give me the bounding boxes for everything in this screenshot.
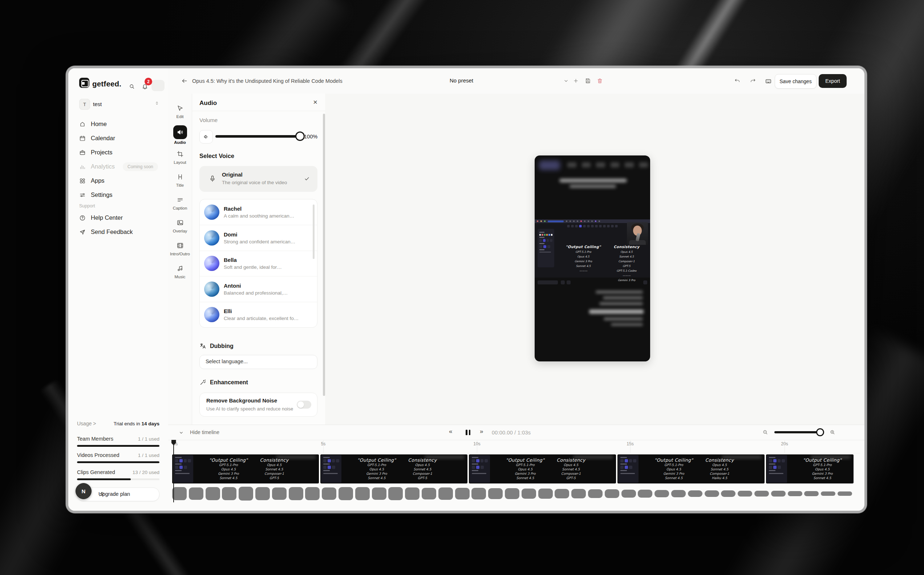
audio-block[interactable] — [638, 490, 653, 498]
timeline-frame[interactable]: "Output Ceiling"GPT-5.1-ProOpus 4.5Gemin… — [766, 454, 854, 483]
mute-button[interactable] — [199, 130, 213, 143]
sidebar-item-send-feedback[interactable]: Send Feedback — [68, 225, 168, 239]
audio-block[interactable] — [838, 491, 852, 496]
sidebar-item-calendar[interactable]: Calendar — [68, 131, 168, 145]
video-preview[interactable]: "Output Ceiling" GPT-5.1-Pro Opus 4.5 Ge… — [535, 156, 650, 361]
zoom-out-icon[interactable] — [762, 429, 768, 435]
audio-block[interactable] — [754, 491, 769, 497]
chevron-up-down-icon[interactable] — [154, 100, 160, 106]
timeline-frame[interactable]: "Output Ceiling"GPT-5.1-ProOpus 4.5Gemin… — [469, 454, 616, 483]
audio-block[interactable] — [372, 488, 386, 500]
timeline-frame[interactable]: "Output Ceiling"GPT-5.1-ProOpus 4.5Gemin… — [320, 454, 467, 483]
workspace-name[interactable]: test — [93, 101, 102, 107]
skip-back-icon[interactable]: « — [449, 428, 452, 435]
delete-preset-trash-icon[interactable] — [597, 78, 603, 84]
sidebar-item-settings[interactable]: Settings — [68, 188, 168, 202]
sidebar-item-projects[interactable]: Projects — [68, 145, 168, 159]
tool-intro-outro[interactable]: Intro/Outro — [168, 242, 192, 256]
audio-block[interactable] — [222, 487, 237, 500]
tool-music[interactable]: Music — [168, 265, 192, 279]
audio-block[interactable] — [505, 488, 519, 499]
timeline-zoom-handle[interactable] — [816, 428, 824, 436]
sidebar-item-help-center[interactable]: Help Center — [68, 211, 168, 225]
audio-block[interactable] — [322, 488, 337, 500]
zoom-in-icon[interactable] — [829, 429, 836, 435]
voice-item-elli[interactable]: ElliClear and articulate, excellent fo… — [200, 302, 317, 327]
voice-original-selected[interactable]: Original The original voice of the video — [199, 166, 318, 192]
voice-item-rachel[interactable]: RachelA calm and soothing american… — [200, 199, 317, 225]
volume-slider[interactable] — [215, 135, 301, 138]
audio-block[interactable] — [771, 491, 786, 497]
tool-layout[interactable]: Layout — [168, 150, 192, 165]
audio-block[interactable] — [721, 490, 735, 497]
redo-icon[interactable] — [750, 78, 756, 84]
audio-block[interactable] — [671, 490, 686, 497]
save-changes-button[interactable]: Save changes — [775, 74, 816, 89]
audio-block[interactable] — [405, 488, 419, 500]
save-preset-icon[interactable] — [585, 78, 591, 84]
voice-item-domi[interactable]: DomiStrong and confident american… — [200, 225, 317, 250]
audio-block[interactable] — [705, 490, 719, 497]
audio-block[interactable] — [555, 489, 569, 498]
keyboard-shortcuts-icon[interactable] — [765, 78, 771, 84]
playhead[interactable] — [173, 440, 174, 502]
tool-title[interactable]: Title — [168, 173, 192, 187]
hide-timeline-button[interactable]: Hide timeline — [190, 429, 219, 435]
collapse-sidebar-button[interactable] — [151, 80, 165, 91]
tool-overlay[interactable]: Overlay — [168, 219, 192, 233]
workspace-avatar[interactable]: T — [79, 99, 90, 110]
audio-block[interactable] — [654, 490, 669, 497]
export-button[interactable]: Export — [819, 74, 847, 88]
audio-block[interactable] — [355, 487, 370, 500]
audio-block[interactable] — [388, 487, 403, 500]
audio-block[interactable] — [239, 487, 253, 500]
sidebar-item-apps[interactable]: Apps — [68, 174, 168, 188]
audio-block[interactable] — [289, 487, 303, 500]
audio-block[interactable] — [255, 487, 270, 500]
audio-block[interactable] — [305, 487, 320, 500]
close-icon[interactable]: × — [313, 98, 318, 106]
timeline-frame[interactable]: "Output Ceiling"GPT-5.1-ProOpus 4.5Gemin… — [618, 454, 765, 483]
undo-icon[interactable] — [734, 78, 740, 84]
preset-selector[interactable]: No preset — [450, 77, 473, 84]
audio-block[interactable] — [206, 487, 220, 500]
tool-audio[interactable]: Audio — [168, 129, 192, 145]
search-icon[interactable] — [129, 83, 135, 90]
voice-item-antoni[interactable]: AntoniBalanced and professional,… — [200, 276, 317, 302]
add-preset-icon[interactable] — [573, 78, 579, 84]
audio-block[interactable] — [605, 489, 619, 498]
audio-block[interactable] — [472, 488, 486, 499]
tool-edit[interactable]: Edit — [168, 105, 192, 119]
audio-block[interactable] — [588, 489, 603, 498]
voice-list-scrollbar[interactable] — [313, 205, 314, 259]
audio-block[interactable] — [538, 489, 553, 499]
audio-block[interactable] — [422, 488, 436, 499]
audio-block[interactable] — [788, 491, 802, 496]
audio-block[interactable] — [522, 489, 536, 499]
pause-icon[interactable] — [466, 430, 470, 435]
audio-block[interactable] — [621, 490, 636, 498]
sidebar-item-home[interactable]: Home — [68, 117, 168, 131]
audio-block[interactable] — [272, 488, 287, 500]
audio-block[interactable] — [688, 490, 702, 497]
audio-block[interactable] — [438, 488, 453, 500]
audio-block[interactable] — [172, 487, 187, 500]
audio-block[interactable] — [189, 488, 203, 500]
voice-item-bella[interactable]: BellaSoft and gentle, ideal for… — [200, 251, 317, 276]
audio-block[interactable] — [455, 488, 470, 499]
usage-link[interactable]: Usage > — [77, 421, 96, 426]
audio-block[interactable] — [488, 488, 503, 499]
language-select[interactable]: Select language... — [199, 355, 318, 369]
skip-forward-icon[interactable]: » — [480, 428, 483, 435]
notification-badge[interactable]: 2 — [144, 78, 152, 85]
audio-block[interactable] — [804, 491, 819, 496]
tool-caption[interactable]: Caption — [168, 196, 192, 210]
chevron-down-icon[interactable] — [563, 78, 569, 84]
chevron-down-icon[interactable] — [178, 430, 184, 435]
timeline-frame[interactable]: "Output Ceiling"GPT-5.1-ProOpus 4.5Gemin… — [172, 454, 319, 483]
audio-block[interactable] — [572, 489, 586, 498]
back-arrow-icon[interactable] — [181, 78, 188, 84]
audio-block[interactable] — [738, 491, 752, 497]
volume-slider-handle[interactable] — [295, 132, 305, 141]
noise-toggle[interactable] — [297, 401, 311, 409]
